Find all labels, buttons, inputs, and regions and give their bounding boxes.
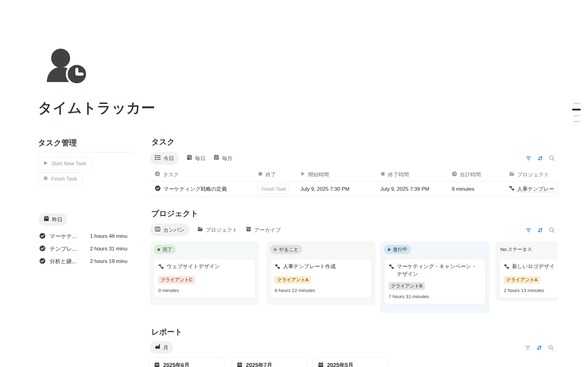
status-label[interactable]: No ステータス <box>500 246 557 253</box>
client-tag: クライアントB <box>389 282 425 290</box>
report-card-label: 2025年7月 <box>246 361 272 367</box>
client-tag: クライアントA <box>504 276 540 284</box>
card-title: 人事テンプレート作成 <box>283 263 336 272</box>
search-icon[interactable] <box>548 345 554 351</box>
area-chart-icon <box>155 344 160 351</box>
projects-toolbar <box>526 227 555 233</box>
search-icon[interactable] <box>549 227 555 233</box>
filter-icon[interactable] <box>526 155 532 161</box>
board-card[interactable]: マーケティング・キャンペーン・デザイン クライアントB 7 hours 31 m… <box>384 259 486 304</box>
tab-daily[interactable]: 毎日 <box>187 155 205 162</box>
report-card-label: 2025年5月 <box>327 361 353 367</box>
status-dot-icon <box>388 248 390 251</box>
column-header-total-time[interactable]: 合計時間 <box>452 171 509 178</box>
task-time: 2 hours 31 minu <box>90 246 127 252</box>
board-column-no-status: No ステータス 新しいロゴデザイ クライアントA 2 hours 13 min… <box>496 242 557 301</box>
tasks-heading: タスク <box>151 137 175 147</box>
calendar-icon <box>154 362 160 367</box>
reports-toolbar <box>525 345 554 351</box>
yesterday-pill[interactable]: 昨日 <box>39 213 67 226</box>
reports-heading: レポート <box>151 327 183 337</box>
calendar-icon <box>237 362 243 367</box>
card-title: マーケティング・キャンペーン・デザイン <box>397 263 481 278</box>
report-card-label: 2025年6月 <box>163 361 190 367</box>
end-time-cell[interactable]: July 9, 2025 7:39 PM <box>380 186 452 192</box>
sort-arrows-icon[interactable] <box>537 155 543 161</box>
board-card[interactable]: 人事テンプレート作成 クライアントA 6 hours 22 minutes <box>270 259 372 298</box>
column-header-project[interactable]: プロジェクト <box>509 171 557 178</box>
task-cell[interactable]: マーケティング戦略の定義 <box>151 185 258 193</box>
status-badge[interactable]: やること <box>270 245 302 254</box>
status-dot-icon <box>157 248 160 251</box>
board-column-in-progress: 進行中 マーケティング・キャンペーン・デザイン クライアントB 7 hours … <box>380 242 489 313</box>
report-card-june[interactable]: 2025年6月 <box>149 357 225 367</box>
folder-icon <box>197 226 203 234</box>
finish-task-chip-button[interactable]: Finish Task <box>258 184 290 194</box>
branch-icon <box>509 185 514 193</box>
play-icon <box>300 171 305 178</box>
sort-arrows-icon[interactable] <box>536 345 542 351</box>
folder-icon <box>509 171 514 178</box>
outline-bar-active[interactable] <box>572 109 581 110</box>
column-header-finished[interactable]: 終了 <box>258 171 300 178</box>
board-card[interactable]: ウェブサイトデザイン クライアントC 0 minutes <box>154 259 255 298</box>
client-tag: クライアントA <box>275 276 311 284</box>
start-time-cell[interactable]: July 9, 2025 7:30 PM <box>300 186 380 192</box>
filter-icon[interactable] <box>526 227 532 233</box>
status-badge[interactable]: 進行中 <box>384 245 411 254</box>
search-icon[interactable] <box>549 155 555 161</box>
sort-arrows-icon[interactable] <box>537 227 543 233</box>
task-name: 分析と継... <box>50 258 76 265</box>
tab-monthly[interactable]: 毎月 <box>213 155 232 162</box>
checklist-icon <box>155 155 161 162</box>
list-item[interactable]: マーケテ... 1 hours 46 minu <box>39 231 133 241</box>
check-circle-icon <box>39 258 46 265</box>
report-card-july[interactable]: 2025年7月 <box>232 357 307 367</box>
board-column-todo: やること 人事テンプレート作成 クライアントA 6 hours 22 minut… <box>266 242 375 305</box>
start-new-task-button[interactable]: Start New Task <box>38 157 92 170</box>
task-time: 2 hours 19 minu <box>90 258 127 264</box>
square-icon <box>380 171 385 178</box>
tasks-view-tabs: 今日 毎日 毎月 <box>150 152 232 165</box>
outline-bar[interactable] <box>573 103 581 104</box>
clock-icon <box>452 171 457 178</box>
column-header-start-time[interactable]: 開始時間 <box>300 171 380 178</box>
tab-today[interactable]: 今日 <box>150 152 179 165</box>
tasks-table: タスク 終了 開始時間 終了時間 合計時間 プロジェクト <box>151 168 557 197</box>
check-circle-icon <box>155 185 161 193</box>
card-time: 2 hours 13 minutes <box>504 288 557 293</box>
task-name: マーケテ... <box>50 233 77 240</box>
board-card[interactable]: 新しいロゴデザイ クライアントA 2 hours 13 minutes <box>499 259 557 298</box>
square-icon <box>258 171 263 178</box>
task-name: テンプレ... <box>50 245 77 253</box>
kanban-board: 完了 ウェブサイトデザイン クライアントC 0 minutes やること 人事テ… <box>150 242 557 316</box>
tab-projects[interactable]: プロジェクト <box>197 226 238 234</box>
tab-month[interactable]: 月 <box>150 341 173 354</box>
tab-kanban[interactable]: カンバン <box>150 223 189 236</box>
column-header-end-time[interactable]: 終了時間 <box>380 171 452 178</box>
list-item[interactable]: テンプレ... 2 hours 31 minu <box>39 244 133 254</box>
status-badge[interactable]: 完了 <box>154 245 176 254</box>
outline-bar[interactable] <box>573 121 581 122</box>
projects-heading: プロジェクト <box>151 208 198 219</box>
card-time: 0 minutes <box>158 288 251 293</box>
card-time: 7 hours 31 minutes <box>389 294 481 299</box>
stop-icon <box>43 176 48 182</box>
person-clock-icon[interactable] <box>45 48 88 84</box>
project-link[interactable]: 人事テンプレー <box>517 185 554 193</box>
calendar-day-icon <box>187 155 192 162</box>
branch-icon <box>275 263 280 272</box>
reports-view-tabs: 月 <box>150 341 173 354</box>
report-card-may[interactable]: 2025年5月 <box>313 357 388 367</box>
filter-icon[interactable] <box>525 345 531 351</box>
column-header-task[interactable]: タスク <box>151 171 258 178</box>
play-icon <box>43 161 48 167</box>
outline-bar[interactable] <box>573 115 581 116</box>
finish-task-button[interactable]: Finish Task <box>38 173 83 185</box>
table-row[interactable]: マーケティング戦略の定義 Finish Task July 9, 2025 7:… <box>151 181 557 197</box>
branch-icon <box>389 263 394 278</box>
project-cell[interactable]: 人事テンプレー <box>509 185 557 193</box>
tab-archive[interactable]: アーカイブ <box>246 226 281 234</box>
list-item[interactable]: 分析と継... 2 hours 19 minu <box>39 257 133 266</box>
total-time-cell[interactable]: 9 minutes <box>452 186 509 192</box>
